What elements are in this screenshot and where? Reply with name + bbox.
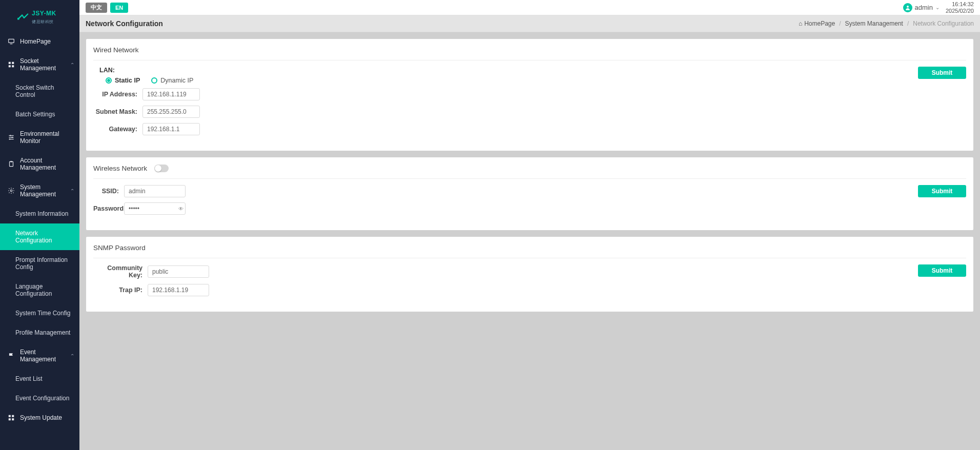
sidebar: JSY-MK 健思研科技 HomePageSocket Management⌃S… [0, 0, 79, 450]
clock-date: 2025/02/20 [946, 8, 974, 14]
password-input[interactable] [124, 202, 186, 215]
wired-network-card: Wired Network LAN: Static IP Dynamic IP [86, 39, 973, 151]
sidebar-item-homepage[interactable]: HomePage [0, 32, 79, 51]
radio-static-ip[interactable]: Static IP [106, 77, 140, 84]
avatar-icon [903, 3, 912, 12]
sidebar-item-label: Event Management [20, 349, 65, 363]
sidebar-item-label: Prompt Information Config [15, 256, 74, 271]
chevron-icon: ⌃ [70, 188, 74, 194]
svg-rect-0 [17, 18, 19, 20]
datetime: 16:14:32 2025/02/20 [946, 1, 974, 14]
sidebar-item-label: Environmental Monitor [20, 130, 74, 145]
ip-address-label: IP Address: [93, 91, 142, 98]
sidebar-item-account-management[interactable]: Account Management [0, 151, 79, 177]
snmp-heading: SNMP Password [93, 244, 966, 258]
home-icon: ⌂ [799, 20, 802, 27]
crumb-system-management[interactable]: System Management [845, 20, 903, 27]
ssid-label: SSID: [93, 188, 124, 195]
sidebar-item-label: System Management [20, 183, 65, 198]
svg-point-15 [10, 190, 12, 192]
sidebar-item-socket-management[interactable]: Socket Management⌃ [0, 51, 79, 78]
grid-icon [8, 414, 15, 421]
logo-icon [17, 13, 29, 21]
svg-point-20 [907, 6, 909, 8]
svg-rect-18 [9, 418, 11, 420]
svg-rect-1 [9, 39, 14, 43]
sidebar-item-system-information[interactable]: System Information [0, 204, 79, 223]
gateway-label: Gateway: [93, 126, 142, 133]
community-key-input[interactable] [148, 265, 209, 278]
brand-name: JSY-MK [32, 10, 56, 17]
sidebar-item-batch-settings[interactable]: Batch Settings [0, 105, 79, 124]
chevron-icon: ⌃ [70, 353, 74, 359]
radio-dynamic-label: Dynamic IP [160, 77, 193, 84]
svg-rect-14 [10, 161, 12, 162]
wired-submit-button[interactable]: Submit [918, 67, 966, 79]
sidebar-item-label: Event List [15, 375, 43, 382]
eye-icon[interactable]: 👁 [178, 206, 183, 212]
sidebar-item-label: Profile Management [15, 329, 70, 336]
wireless-submit-button[interactable]: Submit [918, 185, 966, 197]
gear-icon [8, 187, 15, 194]
nav: HomePageSocket Management⌃Socket Switch … [0, 32, 79, 450]
sidebar-item-label: Socket Management [20, 57, 65, 72]
ssid-input[interactable] [124, 185, 186, 197]
page-title: Network Configuration [86, 19, 163, 28]
crumb-home[interactable]: HomePage [804, 20, 835, 27]
sidebar-item-event-list[interactable]: Event List [0, 369, 79, 388]
ip-address-input[interactable] [142, 88, 200, 100]
chevron-icon: ⌃ [70, 62, 74, 68]
sidebar-item-environmental-monitor[interactable]: Environmental Monitor [0, 124, 79, 151]
sidebar-item-label: HomePage [20, 38, 51, 45]
sidebar-item-system-management[interactable]: System Management⌃ [0, 177, 79, 204]
sidebar-item-label: Network Configuration [15, 230, 74, 244]
sidebar-item-label: System Information [15, 210, 68, 217]
sidebar-item-label: System Time Config [15, 310, 70, 317]
user-menu[interactable]: admin ⌄ [903, 3, 940, 12]
sidebar-item-label: Event Configuration [15, 395, 69, 402]
svg-rect-6 [12, 65, 14, 67]
breadcrumb: ⌂HomePage / System Management / Network … [799, 20, 974, 27]
sidebar-item-system-time-config[interactable]: System Time Config [0, 303, 79, 323]
svg-rect-5 [9, 65, 11, 67]
svg-point-11 [12, 137, 13, 138]
chevron-down-icon: ⌄ [935, 5, 940, 10]
svg-point-12 [9, 139, 10, 140]
sliders-icon [8, 134, 15, 141]
svg-rect-19 [12, 418, 14, 420]
sidebar-item-event-management[interactable]: Event Management⌃ [0, 342, 79, 369]
sidebar-item-network-configuration[interactable]: Network Configuration [0, 223, 79, 250]
snmp-submit-button[interactable]: Submit [918, 264, 966, 277]
gateway-input[interactable] [142, 123, 200, 135]
brand-sub: 健思研科技 [32, 19, 54, 24]
sidebar-item-language-configuration[interactable]: Language Configuration [0, 277, 79, 303]
topbar: 中文 EN admin ⌄ 16:14:32 2025/02/20 [79, 0, 980, 15]
clipboard-icon [8, 160, 15, 168]
clock-time: 16:14:32 [946, 1, 974, 8]
sidebar-item-prompt-information-config[interactable]: Prompt Information Config [0, 250, 79, 277]
wireless-network-card: Wireless Network SSID: Password: [86, 157, 973, 230]
svg-rect-4 [12, 62, 14, 64]
lang-zh-button[interactable]: 中文 [86, 3, 107, 13]
sidebar-item-system-update[interactable]: System Update [0, 408, 79, 427]
trap-ip-input[interactable] [148, 284, 209, 296]
lang-en-button[interactable]: EN [110, 3, 128, 13]
sidebar-item-label: Account Management [20, 157, 74, 171]
svg-rect-17 [12, 415, 14, 417]
wireless-toggle[interactable] [154, 165, 169, 172]
radio-icon [151, 77, 157, 84]
grid-icon [8, 61, 15, 68]
user-name: admin [915, 4, 933, 11]
sidebar-item-profile-management[interactable]: Profile Management [0, 323, 79, 342]
sidebar-item-socket-switch-control[interactable]: Socket Switch Control [0, 78, 79, 105]
radio-icon [106, 77, 112, 84]
svg-rect-16 [9, 415, 11, 417]
radio-static-label: Static IP [115, 77, 140, 84]
radio-dynamic-ip[interactable]: Dynamic IP [151, 77, 193, 84]
sidebar-item-event-configuration[interactable]: Event Configuration [0, 388, 79, 408]
password-label: Password: [93, 205, 124, 212]
subnet-mask-input[interactable] [142, 106, 200, 118]
trap-ip-label: Trap IP: [93, 287, 148, 294]
flag-icon [8, 352, 15, 359]
content: Wired Network LAN: Static IP Dynamic IP [79, 32, 980, 318]
